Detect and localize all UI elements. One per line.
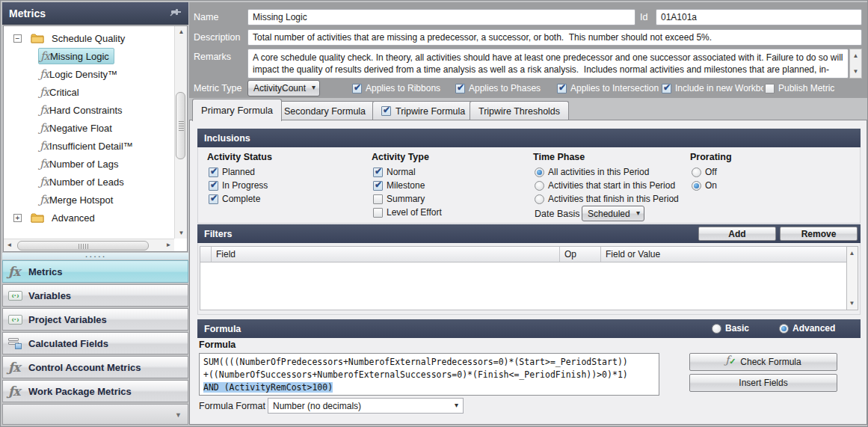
basic-mode-radio[interactable]	[712, 324, 721, 334]
name-label: Name	[194, 12, 218, 22]
in-progress-option: In Progress	[209, 180, 268, 191]
tree-horizontal-scrollbar[interactable]	[4, 239, 174, 251]
include-in-new-workbook-checkbox[interactable]	[662, 84, 671, 93]
accordion-item-metrics[interactable]: Metrics	[2, 260, 188, 283]
column-field-or-value[interactable]: Field or Value	[601, 247, 851, 262]
tab-tripwire-formula[interactable]: Tripwire Formula	[372, 101, 474, 120]
applies-to-intersection-checkbox[interactable]	[557, 84, 567, 93]
metric-detail-panel: Name Missing Logic Id 01A101a Descriptio…	[189, 2, 867, 425]
tree-folder-label: Schedule Quality	[52, 33, 125, 44]
finish-in-period-radio[interactable]	[535, 194, 544, 204]
scroll-left-icon[interactable]	[4, 239, 15, 251]
scroll-down-icon[interactable]	[176, 227, 187, 239]
formula-editor[interactable]: SUM((((NumberOfPredecessors+NumberofExte…	[199, 353, 659, 396]
tab-primary-formula[interactable]: Primary Formula	[192, 99, 282, 121]
tree-item-number-of-leads[interactable]: Number of Leads	[4, 173, 173, 191]
normal-option: Normal	[373, 167, 416, 177]
advanced-mode-radio[interactable]	[779, 324, 789, 334]
variable-icon	[8, 315, 22, 325]
remarks-label: Remarks	[194, 52, 231, 62]
tree-item-label: Hard Constraints	[49, 105, 123, 116]
tree-item-critical[interactable]: Critical	[4, 83, 173, 101]
tree-item-logic-density[interactable]: Logic Density™	[4, 65, 173, 83]
complete-option: Complete	[209, 194, 260, 204]
level-of-effort-checkbox[interactable]	[373, 208, 383, 218]
chevron-down-icon[interactable]	[175, 411, 182, 419]
remarks-scrollbar[interactable]	[849, 49, 862, 79]
tripwire-formula-checkbox[interactable]	[381, 106, 391, 116]
insert-fields-button[interactable]: Insert Fields	[689, 374, 837, 392]
prorating-off-radio[interactable]	[692, 168, 701, 177]
expand-icon[interactable]	[13, 214, 22, 222]
summary-checkbox[interactable]	[373, 194, 383, 204]
check-formula-icon	[725, 357, 737, 367]
tree-item-number-of-lags[interactable]: Number of Lags	[4, 155, 173, 173]
name-field[interactable]: Missing Logic	[247, 9, 635, 25]
checkbox-label: Publish Metric	[778, 83, 834, 93]
checkbox-label: Applies to Intersection	[570, 83, 659, 93]
scroll-right-icon[interactable]	[163, 239, 174, 251]
applies-to-phases-checkbox[interactable]	[455, 84, 465, 93]
publish-metric-checkbox[interactable]	[765, 84, 775, 93]
scroll-down-icon[interactable]	[850, 66, 861, 77]
accordion-item-project-variables[interactable]: Project Variables	[2, 308, 188, 331]
remove-filter-button[interactable]: Remove	[780, 227, 858, 241]
fx-icon	[40, 157, 49, 171]
scroll-down-icon[interactable]	[846, 298, 858, 309]
milestone-checkbox[interactable]	[373, 181, 383, 191]
tree-folder-schedule-quality[interactable]: Schedule Quality	[4, 29, 173, 47]
scrollbar-thumb[interactable]	[176, 92, 185, 159]
checkbox-label: Include in new Workbo	[675, 83, 763, 93]
sidebar-splitter-handle[interactable]	[2, 253, 188, 259]
inclusions-section-body: Activity Status Planned In Progress Comp…	[197, 147, 861, 224]
accordion-item-calculated-fields[interactable]: Calculated Fields	[2, 332, 188, 354]
tree-item-merge-hotspot[interactable]: Merge Hotspot	[4, 191, 173, 209]
tree-folder-advanced[interactable]: Advanced	[4, 209, 173, 227]
scroll-up-icon[interactable]	[850, 50, 861, 61]
metric-type-dropdown[interactable]: ActivityCount	[247, 80, 320, 96]
column-field[interactable]: Field	[212, 247, 560, 262]
tab-tripwire-thresholds[interactable]: Tripwire Thresholds	[470, 101, 569, 120]
auto-hide-pin-icon[interactable]	[170, 7, 182, 19]
filters-section-body: Field Op Field or Value	[197, 243, 861, 315]
collapse-icon[interactable]	[13, 34, 22, 43]
fx-icon	[8, 384, 19, 399]
add-filter-button[interactable]: Add	[698, 227, 776, 241]
tab-label: Primary Formula	[201, 105, 273, 116]
id-field[interactable]: 01A101a	[656, 9, 862, 25]
accordion-item-control-account-metrics[interactable]: Control Account Metrics	[2, 356, 188, 378]
all-activities-radio[interactable]	[535, 168, 544, 177]
formula-section-header: Formula Basic Advanced	[197, 319, 861, 338]
applies-to-ribbons-checkbox[interactable]	[352, 84, 362, 93]
normal-checkbox[interactable]	[373, 168, 383, 177]
complete-checkbox[interactable]	[209, 194, 218, 204]
in-progress-checkbox[interactable]	[209, 181, 218, 191]
description-field[interactable]: Total number of activities that are miss…	[247, 29, 862, 46]
applies-to-phases-option: Applies to Phases	[455, 83, 541, 93]
formula-format-dropdown[interactable]: Number (no decimals)	[268, 398, 464, 414]
column-op[interactable]: Op	[560, 247, 601, 262]
sidebar-header: Metrics	[2, 2, 188, 25]
summary-option: Summary	[373, 194, 425, 204]
filters-scrollbar[interactable]	[846, 246, 858, 310]
remarks-field[interactable]: A core schedule quality check. In theory…	[247, 49, 849, 79]
tree-item-label: Critical	[49, 87, 79, 98]
tree-item-negative-float[interactable]: Negative Float	[4, 119, 173, 137]
date-basis-dropdown[interactable]: Scheduled	[582, 206, 644, 221]
filters-table-body[interactable]	[200, 262, 852, 310]
tree-vertical-scrollbar[interactable]	[174, 26, 187, 239]
start-in-period-radio[interactable]	[535, 181, 544, 191]
check-formula-button[interactable]: Check Formula	[689, 353, 837, 371]
accordion-label: Control Account Metrics	[28, 362, 141, 373]
scrollbar-thumb[interactable]	[17, 241, 149, 251]
accordion-item-variables[interactable]: Variables	[2, 284, 188, 307]
fx-icon	[40, 175, 49, 188]
prorating-on-radio[interactable]	[692, 181, 701, 191]
accordion-item-work-package-metrics[interactable]: Work Package Metrics	[2, 380, 188, 402]
tree-item-missing-logic[interactable]: Missing Logic	[4, 47, 173, 65]
scroll-up-icon[interactable]	[176, 26, 187, 37]
tree-item-insufficient-detail[interactable]: Insufficient Detail™	[4, 137, 173, 155]
scroll-up-icon[interactable]	[846, 248, 858, 259]
planned-checkbox[interactable]	[209, 168, 218, 177]
tree-item-hard-constraints[interactable]: Hard Constraints	[4, 101, 173, 119]
